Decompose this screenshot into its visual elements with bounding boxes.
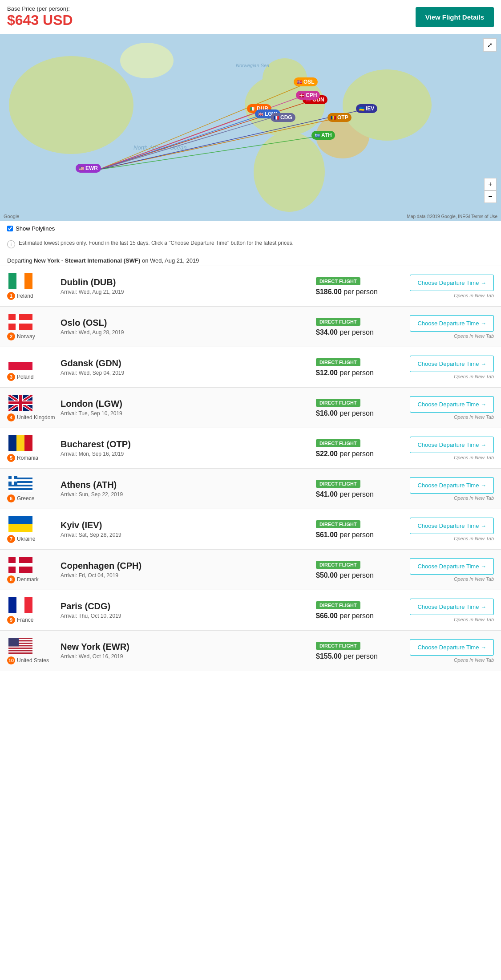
dest-name-2: Gdansk (GDN) <box>61 358 316 369</box>
opens-new-tab-1: Opens in New Tab <box>454 333 494 339</box>
opens-new-tab-3: Opens in New Tab <box>454 414 494 420</box>
flag-0 <box>7 272 34 290</box>
destination-cell-9: New York (EWR) Arrival: Wed, Oct 16, 201… <box>61 642 316 660</box>
polylines-row: Show Polylines <box>0 221 501 236</box>
dest-arrival-6: Arrival: Sat, Sep 28, 2019 <box>61 532 316 538</box>
choose-departure-button-8[interactable]: Choose Departure Time → <box>410 599 494 615</box>
info-icon: i <box>7 240 15 248</box>
flight-row: 7 Ukraine Kyiv (IEV) Arrival: Sat, Sep 2… <box>0 509 501 550</box>
price-cell-3: DIRECT FLIGHT $16.00 per person <box>316 398 396 417</box>
direct-badge-5: DIRECT FLIGHT <box>316 480 360 488</box>
price-amount-4: $22.00 <box>316 450 338 458</box>
price-cell-9: DIRECT FLIGHT $155.00 per person <box>316 641 396 660</box>
view-flight-details-button[interactable]: View Flight Details <box>416 7 494 27</box>
opens-new-tab-4: Opens in New Tab <box>454 455 494 460</box>
choose-departure-button-4[interactable]: Choose Departure Time → <box>410 437 494 453</box>
country-name-3: United Kingdom <box>17 414 55 421</box>
svg-rect-44 <box>8 486 32 488</box>
svg-rect-65 <box>8 646 32 648</box>
svg-rect-71 <box>8 638 19 646</box>
price-amount-3: $16.00 <box>316 409 338 417</box>
destination-cell-2: Gdansk (GDN) Arrival: Wed, Sep 04, 2019 <box>61 358 316 376</box>
dest-arrival-5: Arrival: Sun, Sep 22, 2019 <box>61 491 316 498</box>
dest-name-0: Dublin (DUB) <box>61 277 316 288</box>
flight-row: 6 Greece Athens (ATH) Arrival: Sun, Sep … <box>0 468 501 509</box>
choose-departure-button-0[interactable]: Choose Departure Time → <box>410 275 494 291</box>
dest-name-7: Copenhagen (CPH) <box>61 561 316 571</box>
show-polylines-checkbox[interactable] <box>7 226 13 231</box>
action-cell-7: Choose Departure Time → Opens in New Tab <box>396 558 494 582</box>
svg-point-8 <box>343 69 432 141</box>
country-cell-0: 1 Ireland <box>7 272 61 300</box>
zoom-out-button[interactable]: − <box>484 190 497 203</box>
departing-line: Departing New York - Stewart Internation… <box>0 252 501 266</box>
num-circle-6: 7 <box>7 535 15 543</box>
num-circle-4: 5 <box>7 454 15 462</box>
dest-arrival-1: Arrival: Wed, Aug 28, 2019 <box>61 329 316 336</box>
svg-rect-67 <box>8 649 32 650</box>
flag-8 <box>7 596 34 614</box>
map-pin-osl: 🇳🇴 OSL <box>294 77 318 86</box>
choose-departure-button-7[interactable]: Choose Departure Time → <box>410 558 494 575</box>
dest-arrival-9: Arrival: Wed, Oct 16, 2019 <box>61 653 316 660</box>
choose-departure-button-2[interactable]: Choose Departure Time → <box>410 356 494 372</box>
country-cell-1: 2 Norway <box>7 313 61 340</box>
price-value: $643 USD <box>7 12 73 28</box>
zoom-in-button[interactable]: + <box>484 178 497 190</box>
opens-new-tab-7: Opens in New Tab <box>454 576 494 582</box>
svg-rect-45 <box>8 490 32 492</box>
choose-departure-button-3[interactable]: Choose Departure Time → <box>410 396 494 413</box>
svg-rect-36 <box>8 401 32 404</box>
map-pin-ewr: 🇺🇸 EWR <box>76 164 101 173</box>
svg-rect-56 <box>24 597 32 613</box>
flight-row: 3 Poland Gdansk (GDN) Arrival: Wed, Sep … <box>0 347 501 388</box>
country-name-6: Ukraine <box>17 536 35 542</box>
choose-departure-button-9[interactable]: Choose Departure Time → <box>410 639 494 656</box>
price-cell-2: DIRECT FLIGHT $12.00 per person <box>316 358 396 377</box>
destination-cell-7: Copenhagen (CPH) Arrival: Fri, Oct 04, 2… <box>61 561 316 579</box>
country-name-9: United States <box>17 657 49 664</box>
num-circle-5: 6 <box>7 494 15 502</box>
dest-name-1: Oslo (OSL) <box>61 318 316 328</box>
price-cell-7: DIRECT FLIGHT $50.00 per person <box>316 560 396 579</box>
country-num-5: 6 Greece <box>7 494 34 502</box>
direct-badge-4: DIRECT FLIGHT <box>316 439 360 447</box>
dest-name-8: Paris (CDG) <box>61 601 316 611</box>
flights-container: 1 Ireland Dublin (DUB) Arrival: Wed, Aug… <box>0 266 501 671</box>
price-per-person-3: $16.00 per person <box>316 409 396 417</box>
map-pin-ath: 🇬🇷 ATH <box>311 131 335 140</box>
dest-name-5: Athens (ATH) <box>61 480 316 490</box>
svg-rect-48 <box>8 479 17 482</box>
price-per-person-0: $186.00 per person <box>316 288 396 296</box>
country-cell-9: 10 United States <box>7 637 61 664</box>
flag-1 <box>7 313 34 331</box>
country-cell-4: 5 Romania <box>7 434 61 462</box>
price-amount-5: $41.00 <box>316 490 338 498</box>
opens-new-tab-6: Opens in New Tab <box>454 536 494 541</box>
svg-rect-54 <box>8 597 16 613</box>
price-cell-4: DIRECT FLIGHT $22.00 per person <box>316 439 396 458</box>
choose-departure-button-6[interactable]: Choose Departure Time → <box>410 518 494 534</box>
svg-rect-69 <box>8 651 32 652</box>
num-circle-9: 10 <box>7 656 15 664</box>
svg-rect-50 <box>8 524 32 532</box>
direct-badge-9: DIRECT FLIGHT <box>316 642 360 650</box>
choose-departure-button-5[interactable]: Choose Departure Time → <box>410 477 494 494</box>
action-cell-9: Choose Departure Time → Opens in New Tab <box>396 639 494 663</box>
map-container: North Atlantic Ocean Norwegian Sea 🇮🇪 DU… <box>0 34 501 221</box>
svg-rect-21 <box>16 273 24 289</box>
flag-4 <box>7 434 34 452</box>
flag-3 <box>7 394 34 412</box>
info-notice: i Estimated lowest prices only. Found in… <box>0 236 501 252</box>
flight-row: 1 Ireland Dublin (DUB) Arrival: Wed, Aug… <box>0 266 501 307</box>
svg-rect-37 <box>8 435 16 451</box>
map-pin-iev: 🇺🇦 IEV <box>356 104 377 113</box>
country-cell-5: 6 Greece <box>7 475 61 502</box>
choose-departure-button-1[interactable]: Choose Departure Time → <box>410 315 494 332</box>
map-expand-button[interactable]: ⤢ <box>483 38 497 52</box>
map-pin-cph: 🇩🇰 CPH <box>296 91 320 100</box>
price-cell-0: DIRECT FLIGHT $186.00 per person <box>316 277 396 296</box>
price-section: Base Price (per person): $643 USD <box>7 5 73 28</box>
direct-badge-1: DIRECT FLIGHT <box>316 318 360 326</box>
flag-7 <box>7 556 34 574</box>
